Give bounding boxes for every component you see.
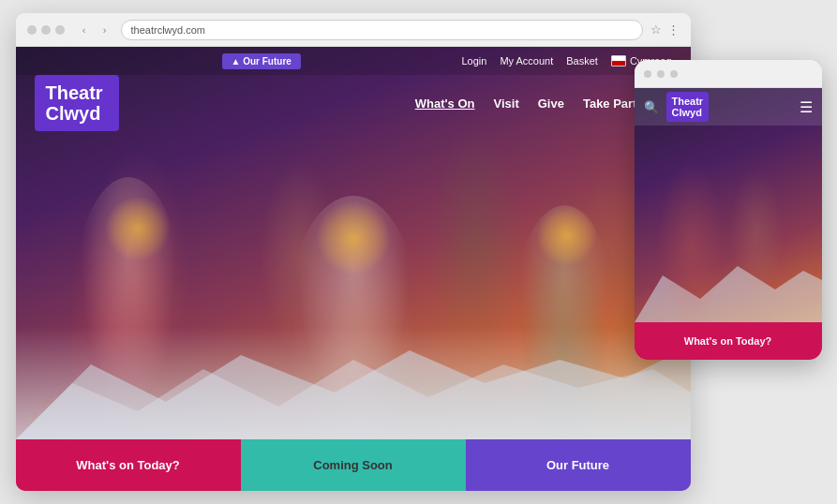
my-account-link[interactable]: My Account xyxy=(500,55,553,67)
browser-toolbar-icons: ☆ ⋮ xyxy=(650,22,680,37)
browser-chrome: ‹ › theatrclwyd.com ☆ ⋮ xyxy=(16,13,691,47)
logo-line1: Theatr xyxy=(46,82,108,103)
login-link[interactable]: Login xyxy=(461,55,486,67)
hamburger-icon[interactable]: ☰ xyxy=(800,98,813,116)
logo-line2: Clwyd xyxy=(46,103,108,124)
browser-nav-buttons: ‹ › xyxy=(76,22,113,38)
mobile-content: 🔍 Theatr Clwyd ☰ What's on Today? xyxy=(635,88,822,360)
coming-soon-button[interactable]: Coming Soon xyxy=(241,439,466,491)
browser-dots xyxy=(27,25,65,35)
back-button[interactable]: ‹ xyxy=(76,22,93,38)
nav-links: What's On Visit Give Take Part 🔍 xyxy=(415,96,672,111)
mobile-logo[interactable]: Theatr Clwyd xyxy=(666,92,710,122)
address-bar[interactable]: theatrclwyd.com xyxy=(121,20,643,40)
mountain-overlay xyxy=(16,327,691,439)
halo-center xyxy=(316,200,391,275)
address-text: theatrclwyd.com xyxy=(131,24,205,36)
forward-button[interactable]: › xyxy=(97,22,113,38)
mobile-dot-3 xyxy=(670,70,678,78)
mobile-search-icon[interactable]: 🔍 xyxy=(644,100,659,114)
logo[interactable]: Theatr Clwyd xyxy=(35,75,119,131)
welsh-flag-icon xyxy=(611,55,626,67)
nav-whats-on[interactable]: What's On xyxy=(415,96,475,111)
cta-buttons: What's on Today? Coming Soon Our Future xyxy=(16,439,691,491)
nav-take-part[interactable]: Take Part xyxy=(583,96,637,111)
mobile-browser-chrome xyxy=(635,60,822,88)
mobile-header: 🔍 Theatr Clwyd ☰ xyxy=(635,88,822,126)
mobile-logo-line1: Theatr xyxy=(672,96,704,107)
dot-yellow xyxy=(41,25,51,35)
halo-right xyxy=(536,205,597,266)
main-navigation: Theatr Clwyd What's On Visit Give Take P… xyxy=(16,75,691,131)
dot-green xyxy=(55,25,65,35)
mobile-logo-line2: Clwyd xyxy=(672,107,704,118)
mobile-dot-1 xyxy=(644,70,651,78)
mobile-browser: 🔍 Theatr Clwyd ☰ What's on Today? xyxy=(635,60,822,360)
basket-link[interactable]: Basket xyxy=(566,55,598,67)
scene: ‹ › theatrclwyd.com ☆ ⋮ xyxy=(16,13,822,491)
menu-icon[interactable]: ⋮ xyxy=(667,22,680,37)
website-content: ▲ Our Future Login My Account Basket Cym… xyxy=(16,47,691,491)
mobile-dot-2 xyxy=(657,70,665,78)
whats-on-today-button[interactable]: What's on Today? xyxy=(16,439,241,491)
halo-left xyxy=(105,196,171,261)
bookmark-icon[interactable]: ☆ xyxy=(650,22,662,37)
nav-visit[interactable]: Visit xyxy=(494,96,519,111)
our-future-badge[interactable]: ▲ Our Future xyxy=(222,53,301,69)
our-future-button[interactable]: Our Future xyxy=(466,439,691,491)
desktop-browser: ‹ › theatrclwyd.com ☆ ⋮ xyxy=(16,13,691,491)
dot-red xyxy=(27,25,37,35)
top-utility-bar: ▲ Our Future Login My Account Basket Cym… xyxy=(16,47,691,75)
mobile-whats-on-today-button[interactable]: What's on Today? xyxy=(635,322,822,360)
nav-give[interactable]: Give xyxy=(538,96,564,111)
mobile-figures xyxy=(635,126,822,322)
top-bar-links: Login My Account Basket xyxy=(461,55,597,67)
